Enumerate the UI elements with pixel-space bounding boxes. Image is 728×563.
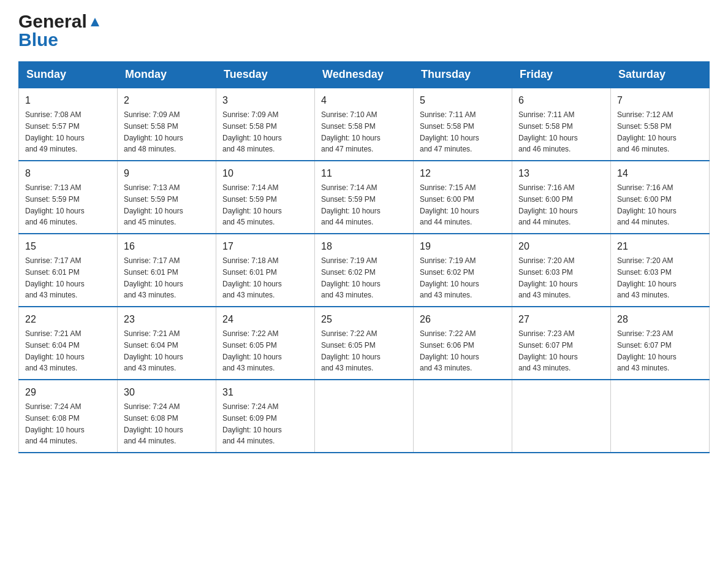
calendar-week-row: 1 Sunrise: 7:08 AMSunset: 5:57 PMDayligh… (19, 88, 710, 161)
day-info: Sunrise: 7:23 AMSunset: 6:07 PMDaylight:… (518, 329, 578, 372)
day-number: 21 (617, 239, 703, 254)
calendar-cell: 27 Sunrise: 7:23 AMSunset: 6:07 PMDaylig… (512, 307, 611, 380)
day-info: Sunrise: 7:16 AMSunset: 6:00 PMDaylight:… (617, 183, 677, 226)
day-info: Sunrise: 7:24 AMSunset: 6:09 PMDaylight:… (222, 402, 282, 445)
day-number: 3 (222, 93, 308, 108)
day-number: 27 (518, 312, 604, 327)
calendar-cell: 29 Sunrise: 7:24 AMSunset: 6:08 PMDaylig… (19, 380, 118, 453)
logo-general-text: General (18, 12, 87, 31)
svg-marker-0 (91, 18, 99, 26)
calendar-cell: 31 Sunrise: 7:24 AMSunset: 6:09 PMDaylig… (216, 380, 315, 453)
day-number: 15 (25, 239, 111, 254)
day-info: Sunrise: 7:21 AMSunset: 6:04 PMDaylight:… (124, 329, 183, 372)
day-number: 4 (321, 93, 407, 108)
calendar-cell (512, 380, 611, 453)
day-number: 31 (222, 385, 308, 400)
calendar-week-row: 22 Sunrise: 7:21 AMSunset: 6:04 PMDaylig… (19, 307, 710, 380)
day-number: 26 (420, 312, 506, 327)
calendar-cell: 12 Sunrise: 7:15 AMSunset: 6:00 PMDaylig… (414, 161, 512, 234)
header-monday: Monday (118, 62, 216, 88)
day-info: Sunrise: 7:24 AMSunset: 6:08 PMDaylight:… (25, 402, 85, 445)
day-number: 6 (518, 93, 604, 108)
day-number: 29 (25, 385, 111, 400)
calendar-cell: 5 Sunrise: 7:11 AMSunset: 5:58 PMDayligh… (414, 88, 512, 161)
day-number: 11 (321, 166, 407, 181)
calendar-cell: 4 Sunrise: 7:10 AMSunset: 5:58 PMDayligh… (315, 88, 414, 161)
day-number: 28 (617, 312, 703, 327)
calendar-cell (611, 380, 710, 453)
day-info: Sunrise: 7:20 AMSunset: 6:03 PMDaylight:… (518, 256, 578, 299)
day-info: Sunrise: 7:15 AMSunset: 6:00 PMDaylight:… (420, 183, 479, 226)
calendar-cell: 25 Sunrise: 7:22 AMSunset: 6:05 PMDaylig… (315, 307, 414, 380)
day-number: 25 (321, 312, 407, 327)
day-number: 14 (617, 166, 703, 181)
day-info: Sunrise: 7:10 AMSunset: 5:58 PMDaylight:… (321, 110, 381, 153)
day-info: Sunrise: 7:11 AMSunset: 5:58 PMDaylight:… (518, 110, 578, 153)
day-number: 2 (124, 93, 210, 108)
day-info: Sunrise: 7:14 AMSunset: 5:59 PMDaylight:… (222, 183, 282, 226)
day-number: 24 (222, 312, 308, 327)
day-info: Sunrise: 7:13 AMSunset: 5:59 PMDaylight:… (124, 183, 183, 226)
day-number: 5 (420, 93, 506, 108)
day-info: Sunrise: 7:22 AMSunset: 6:05 PMDaylight:… (321, 329, 381, 372)
day-number: 13 (518, 166, 604, 181)
day-info: Sunrise: 7:17 AMSunset: 6:01 PMDaylight:… (25, 256, 85, 299)
day-number: 17 (222, 239, 308, 254)
day-info: Sunrise: 7:09 AMSunset: 5:58 PMDaylight:… (124, 110, 183, 153)
day-info: Sunrise: 7:17 AMSunset: 6:01 PMDaylight:… (124, 256, 183, 299)
day-number: 8 (25, 166, 111, 181)
day-info: Sunrise: 7:20 AMSunset: 6:03 PMDaylight:… (617, 256, 677, 299)
calendar-cell: 28 Sunrise: 7:23 AMSunset: 6:07 PMDaylig… (611, 307, 710, 380)
header-tuesday: Tuesday (216, 62, 315, 88)
day-info: Sunrise: 7:19 AMSunset: 6:02 PMDaylight:… (420, 256, 479, 299)
calendar-week-row: 29 Sunrise: 7:24 AMSunset: 6:08 PMDaylig… (19, 380, 710, 453)
calendar-cell (315, 380, 414, 453)
day-info: Sunrise: 7:18 AMSunset: 6:01 PMDaylight:… (222, 256, 282, 299)
calendar-cell: 2 Sunrise: 7:09 AMSunset: 5:58 PMDayligh… (118, 88, 216, 161)
calendar-cell: 18 Sunrise: 7:19 AMSunset: 6:02 PMDaylig… (315, 234, 414, 307)
logo: General Blue (18, 12, 102, 49)
calendar-cell: 30 Sunrise: 7:24 AMSunset: 6:08 PMDaylig… (118, 380, 216, 453)
header-saturday: Saturday (611, 62, 710, 88)
day-info: Sunrise: 7:16 AMSunset: 6:00 PMDaylight:… (518, 183, 578, 226)
calendar-cell: 22 Sunrise: 7:21 AMSunset: 6:04 PMDaylig… (19, 307, 118, 380)
day-info: Sunrise: 7:24 AMSunset: 6:08 PMDaylight:… (124, 402, 183, 445)
logo-blue-text: Blue (18, 29, 58, 50)
calendar-cell: 3 Sunrise: 7:09 AMSunset: 5:58 PMDayligh… (216, 88, 315, 161)
day-info: Sunrise: 7:22 AMSunset: 6:05 PMDaylight:… (222, 329, 282, 372)
logo-triangle-icon (88, 15, 102, 29)
day-number: 20 (518, 239, 604, 254)
day-number: 18 (321, 239, 407, 254)
calendar-cell: 24 Sunrise: 7:22 AMSunset: 6:05 PMDaylig… (216, 307, 315, 380)
calendar-header-row: SundayMondayTuesdayWednesdayThursdayFrid… (19, 62, 710, 88)
day-number: 22 (25, 312, 111, 327)
calendar-table: SundayMondayTuesdayWednesdayThursdayFrid… (18, 61, 710, 453)
day-number: 19 (420, 239, 506, 254)
header-thursday: Thursday (414, 62, 512, 88)
calendar-cell: 26 Sunrise: 7:22 AMSunset: 6:06 PMDaylig… (414, 307, 512, 380)
day-info: Sunrise: 7:12 AMSunset: 5:58 PMDaylight:… (617, 110, 677, 153)
header-sunday: Sunday (19, 62, 118, 88)
day-number: 7 (617, 93, 703, 108)
calendar-cell: 11 Sunrise: 7:14 AMSunset: 5:59 PMDaylig… (315, 161, 414, 234)
calendar-week-row: 8 Sunrise: 7:13 AMSunset: 5:59 PMDayligh… (19, 161, 710, 234)
day-info: Sunrise: 7:11 AMSunset: 5:58 PMDaylight:… (420, 110, 479, 153)
day-info: Sunrise: 7:22 AMSunset: 6:06 PMDaylight:… (420, 329, 479, 372)
calendar-cell: 20 Sunrise: 7:20 AMSunset: 6:03 PMDaylig… (512, 234, 611, 307)
calendar-cell: 15 Sunrise: 7:17 AMSunset: 6:01 PMDaylig… (19, 234, 118, 307)
day-info: Sunrise: 7:21 AMSunset: 6:04 PMDaylight:… (25, 329, 85, 372)
calendar-cell: 17 Sunrise: 7:18 AMSunset: 6:01 PMDaylig… (216, 234, 315, 307)
calendar-cell: 7 Sunrise: 7:12 AMSunset: 5:58 PMDayligh… (611, 88, 710, 161)
header-friday: Friday (512, 62, 611, 88)
calendar-cell: 16 Sunrise: 7:17 AMSunset: 6:01 PMDaylig… (118, 234, 216, 307)
day-info: Sunrise: 7:09 AMSunset: 5:58 PMDaylight:… (222, 110, 282, 153)
day-number: 16 (124, 239, 210, 254)
calendar-cell: 13 Sunrise: 7:16 AMSunset: 6:00 PMDaylig… (512, 161, 611, 234)
day-info: Sunrise: 7:08 AMSunset: 5:57 PMDaylight:… (25, 110, 85, 153)
calendar-cell: 23 Sunrise: 7:21 AMSunset: 6:04 PMDaylig… (118, 307, 216, 380)
day-number: 10 (222, 166, 308, 181)
calendar-cell: 10 Sunrise: 7:14 AMSunset: 5:59 PMDaylig… (216, 161, 315, 234)
calendar-cell: 21 Sunrise: 7:20 AMSunset: 6:03 PMDaylig… (611, 234, 710, 307)
calendar-cell: 6 Sunrise: 7:11 AMSunset: 5:58 PMDayligh… (512, 88, 611, 161)
day-number: 1 (25, 93, 111, 108)
